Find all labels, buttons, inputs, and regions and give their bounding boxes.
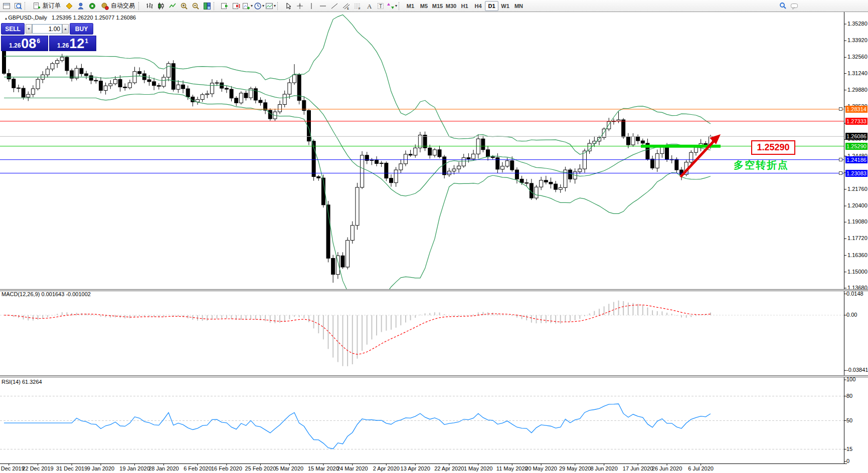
- current-price-badge: 1.26086: [845, 133, 867, 140]
- search-icon[interactable]: [777, 1, 788, 11]
- line-chart-icon[interactable]: [166, 1, 178, 11]
- volume-input[interactable]: [32, 24, 62, 34]
- price-annotation-box[interactable]: 1.25290: [751, 140, 795, 155]
- periods-icon[interactable]: ▾: [253, 1, 265, 11]
- timeframe-button-M1[interactable]: M1: [404, 1, 417, 11]
- main-panel: [0, 15, 844, 301]
- auto-scroll-icon[interactable]: [219, 1, 230, 11]
- rsi-axis-label: 80: [846, 393, 852, 399]
- level-handle[interactable]: [839, 158, 842, 161]
- auto-trading-button[interactable]: 自动交易: [98, 1, 137, 11]
- text-label-icon[interactable]: T: [375, 1, 386, 11]
- toolbar-grip: [138, 2, 141, 10]
- sell-price-point: 6: [37, 38, 40, 45]
- timeframe-button-D1[interactable]: D1: [485, 1, 498, 11]
- rsi-axis-label: 50: [846, 417, 852, 423]
- level-badge-1.28314: 1.28314: [845, 106, 867, 113]
- equidistant-channel-icon[interactable]: E: [340, 1, 352, 11]
- macd-indicator-label: MACD(12,26,9) 0.001643 -0.001002: [2, 291, 91, 297]
- candlestick-chart-icon[interactable]: [155, 1, 166, 11]
- trendline-icon[interactable]: [328, 1, 340, 11]
- crosshair-icon[interactable]: [294, 1, 305, 11]
- price-axis-label: 1.35280: [847, 21, 867, 27]
- level-badge-1.24186: 1.24186: [845, 156, 867, 163]
- chart-plot[interactable]: [0, 0, 868, 473]
- level-badge-1.27333: 1.27333: [845, 118, 867, 125]
- sell-price-pips: 08: [21, 37, 36, 51]
- profile-window-icon[interactable]: [12, 1, 24, 11]
- auto-trading-icon: [100, 1, 109, 11]
- horizontal-line-icon[interactable]: [317, 1, 328, 11]
- buy-price-figure: 1.26: [57, 42, 69, 49]
- turning-point-text[interactable]: 多空转折点: [734, 158, 789, 172]
- expert-advisors-icon[interactable]: [75, 1, 86, 11]
- chat-icon[interactable]: [788, 1, 800, 11]
- price-axis-label: 1.21760: [847, 186, 867, 192]
- price-axis-label: 1.32560: [847, 54, 867, 60]
- candlestick-series: [3, 47, 713, 283]
- timeframe-button-M15[interactable]: M15: [431, 1, 444, 11]
- svg-text:E: E: [347, 7, 349, 10]
- buy-price-display[interactable]: 1.26 12 1: [49, 36, 96, 51]
- level-handle[interactable]: [839, 107, 842, 111]
- level-badge-1.23083: 1.23083: [845, 170, 867, 177]
- sell-price-display[interactable]: 1.26 08 6: [1, 36, 48, 51]
- level-badge-1.25290: 1.25290: [845, 143, 867, 150]
- vertical-line-icon[interactable]: [305, 1, 317, 11]
- buy-price-point: 1: [85, 38, 88, 45]
- zoom-in-icon[interactable]: [178, 1, 190, 11]
- mt4-window: { "toolbar": { "new_order_label": "新订单",…: [0, 0, 868, 473]
- chart-shift-icon[interactable]: [230, 1, 242, 11]
- signals-icon[interactable]: [86, 1, 98, 11]
- svg-text:A: A: [367, 3, 372, 10]
- date-axis-label: 6 Jul 2020: [680, 465, 722, 471]
- price-axis-label: 1.15000: [847, 269, 867, 275]
- price-axis-label: 1.33920: [847, 37, 867, 43]
- price-axis-label: 1.16360: [847, 252, 867, 258]
- timeframe-button-H1[interactable]: H1: [458, 1, 471, 11]
- arrows-icon[interactable]: ▾: [386, 1, 398, 11]
- rsi-line: [4, 404, 711, 449]
- price-axis-label: 1.20400: [847, 202, 867, 208]
- timeframe-button-M30[interactable]: M30: [444, 1, 458, 11]
- panel-separator-macd[interactable]: [0, 289, 868, 291]
- new-order-button[interactable]: 新订单: [30, 1, 63, 11]
- new-order-icon: [32, 1, 41, 11]
- timeframe-button-MN[interactable]: MN: [512, 1, 526, 11]
- sell-button[interactable]: SELL: [1, 23, 25, 35]
- macd-axis-label: 0.0148: [846, 291, 863, 297]
- volume-up-button[interactable]: ▲: [62, 24, 69, 34]
- one-click-trading-panel: SELL ▼ ▲ BUY 1.26 08 6 1.26 12 1: [1, 23, 98, 51]
- text-icon[interactable]: A: [363, 1, 375, 11]
- date-axis: 12 Dec 201922 Dec 201931 Dec 20199 Jan 2…: [0, 465, 845, 473]
- indicators-icon[interactable]: ▾: [242, 1, 253, 11]
- toolbar-grip: [277, 2, 280, 10]
- macd-panel: [0, 301, 844, 366]
- tile-windows-icon[interactable]: [201, 1, 213, 11]
- metaeditor-icon[interactable]: [63, 1, 75, 11]
- bar-chart-icon[interactable]: [143, 1, 155, 11]
- volume-down-button[interactable]: ▼: [26, 24, 32, 34]
- rsi-indicator-label: RSI(14) 61.3264: [2, 379, 42, 385]
- toolbar: 新订单 自动交易 ▾ ▾ ▾ E F A T ▾ M1M5M15M30H1H4D…: [0, 0, 868, 12]
- fibonacci-icon[interactable]: F: [352, 1, 363, 11]
- toolbar-grip: [399, 2, 402, 10]
- chart-window-icon[interactable]: [1, 1, 12, 11]
- trend-arrow: [680, 134, 721, 177]
- buy-button[interactable]: BUY: [70, 23, 93, 35]
- timeframe-button-M5[interactable]: M5: [417, 1, 431, 11]
- level-handle[interactable]: [839, 171, 842, 175]
- auto-trading-label: 自动交易: [111, 2, 135, 10]
- cursor-icon[interactable]: [282, 1, 294, 11]
- timeframe-button-W1[interactable]: W1: [498, 1, 512, 11]
- templates-icon[interactable]: ▾: [265, 1, 276, 11]
- timeframe-button-H4[interactable]: H4: [471, 1, 485, 11]
- svg-text:F: F: [359, 7, 361, 10]
- macd-axis-label: -0.038415: [846, 367, 868, 373]
- panel-separator-rsi[interactable]: [0, 375, 868, 377]
- price-axis-label: 1.29880: [847, 87, 867, 93]
- zoom-out-icon[interactable]: [190, 1, 201, 11]
- rsi-panel: [0, 396, 844, 449]
- ohlc-values: 1.25395 1.26220 1.25077 1.26086: [52, 15, 136, 21]
- price-axis-label: 1.17720: [847, 235, 867, 241]
